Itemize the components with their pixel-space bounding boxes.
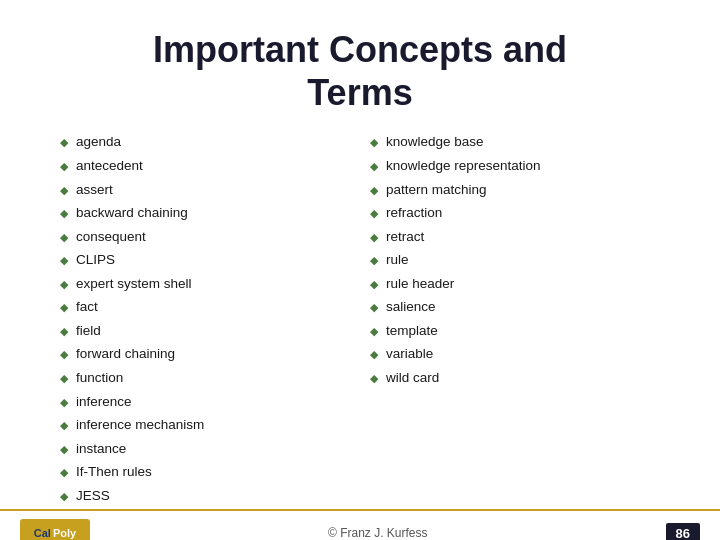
- term-text: salience: [386, 297, 436, 317]
- list-item: ◆instance: [60, 439, 350, 459]
- term-text: forward chaining: [76, 344, 175, 364]
- left-column: ◆agenda◆antecedent◆assert◆backward chain…: [60, 132, 350, 509]
- list-item: ◆retract: [370, 227, 660, 247]
- list-item: ◆inference: [60, 392, 350, 412]
- logo-poly-text: Poly: [53, 527, 76, 539]
- cal-poly-logo: Cal Poly: [20, 519, 90, 540]
- footer: Cal Poly © Franz J. Kurfess 86: [0, 509, 720, 540]
- bullet-icon: ◆: [370, 300, 378, 316]
- bullet-icon: ◆: [60, 253, 68, 269]
- list-item: ◆function: [60, 368, 350, 388]
- bullet-icon: ◆: [60, 159, 68, 175]
- bullet-icon: ◆: [60, 489, 68, 505]
- list-item: ◆expert system shell: [60, 274, 350, 294]
- term-text: field: [76, 321, 101, 341]
- list-item: ◆field: [60, 321, 350, 341]
- term-text: inference: [76, 392, 132, 412]
- list-item: ◆JESS: [60, 486, 350, 506]
- term-text: JESS: [76, 486, 110, 506]
- bullet-icon: ◆: [370, 371, 378, 387]
- term-text: consequent: [76, 227, 146, 247]
- logo-cal-text: Cal: [34, 527, 51, 539]
- term-text: knowledge representation: [386, 156, 541, 176]
- bullet-icon: ◆: [370, 324, 378, 340]
- list-item: ◆salience: [370, 297, 660, 317]
- bullet-icon: ◆: [60, 324, 68, 340]
- term-text: expert system shell: [76, 274, 192, 294]
- slide-title: Important Concepts and Terms: [40, 28, 680, 114]
- right-column: ◆knowledge base◆knowledge representation…: [370, 132, 660, 509]
- list-item: ◆assert: [60, 180, 350, 200]
- bullet-icon: ◆: [60, 135, 68, 151]
- term-text: template: [386, 321, 438, 341]
- bullet-icon: ◆: [60, 418, 68, 434]
- list-item: ◆antecedent: [60, 156, 350, 176]
- bullet-icon: ◆: [370, 159, 378, 175]
- slide: Important Concepts and Terms ◆agenda◆ant…: [0, 0, 720, 540]
- term-text: fact: [76, 297, 98, 317]
- term-text: retract: [386, 227, 424, 247]
- term-text: If-Then rules: [76, 462, 152, 482]
- list-item: ◆pattern matching: [370, 180, 660, 200]
- logo-area: Cal Poly: [20, 519, 90, 540]
- list-item: ◆CLIPS: [60, 250, 350, 270]
- bullet-icon: ◆: [370, 347, 378, 363]
- term-text: agenda: [76, 132, 121, 152]
- bullet-icon: ◆: [60, 300, 68, 316]
- term-text: function: [76, 368, 123, 388]
- bullet-icon: ◆: [60, 230, 68, 246]
- term-text: knowledge base: [386, 132, 484, 152]
- term-text: antecedent: [76, 156, 143, 176]
- term-text: instance: [76, 439, 126, 459]
- list-item: ◆inference mechanism: [60, 415, 350, 435]
- list-item: ◆agenda: [60, 132, 350, 152]
- title-area: Important Concepts and Terms: [0, 0, 720, 132]
- list-item: ◆template: [370, 321, 660, 341]
- bullet-icon: ◆: [370, 183, 378, 199]
- copyright-text: © Franz J. Kurfess: [328, 526, 428, 540]
- bullet-icon: ◆: [60, 277, 68, 293]
- list-item: ◆forward chaining: [60, 344, 350, 364]
- list-item: ◆knowledge representation: [370, 156, 660, 176]
- bullet-icon: ◆: [60, 183, 68, 199]
- list-item: ◆refraction: [370, 203, 660, 223]
- list-item: ◆rule header: [370, 274, 660, 294]
- bullet-icon: ◆: [370, 135, 378, 151]
- list-item: ◆fact: [60, 297, 350, 317]
- page-number: 86: [666, 523, 700, 540]
- term-text: rule header: [386, 274, 454, 294]
- term-text: wild card: [386, 368, 439, 388]
- bullet-icon: ◆: [370, 253, 378, 269]
- list-item: ◆consequent: [60, 227, 350, 247]
- list-item: ◆If-Then rules: [60, 462, 350, 482]
- bullet-icon: ◆: [60, 442, 68, 458]
- list-item: ◆backward chaining: [60, 203, 350, 223]
- bullet-icon: ◆: [60, 371, 68, 387]
- term-text: rule: [386, 250, 409, 270]
- bullet-icon: ◆: [60, 395, 68, 411]
- content-area: ◆agenda◆antecedent◆assert◆backward chain…: [0, 132, 720, 509]
- term-text: backward chaining: [76, 203, 188, 223]
- term-text: refraction: [386, 203, 442, 223]
- list-item: ◆wild card: [370, 368, 660, 388]
- bullet-icon: ◆: [370, 277, 378, 293]
- bullet-icon: ◆: [370, 230, 378, 246]
- bullet-icon: ◆: [60, 347, 68, 363]
- list-item: ◆rule: [370, 250, 660, 270]
- bullet-icon: ◆: [60, 206, 68, 222]
- term-text: inference mechanism: [76, 415, 204, 435]
- bullet-icon: ◆: [60, 465, 68, 481]
- term-text: pattern matching: [386, 180, 487, 200]
- term-text: variable: [386, 344, 433, 364]
- list-item: ◆variable: [370, 344, 660, 364]
- list-item: ◆knowledge base: [370, 132, 660, 152]
- bullet-icon: ◆: [370, 206, 378, 222]
- term-text: CLIPS: [76, 250, 115, 270]
- term-text: assert: [76, 180, 113, 200]
